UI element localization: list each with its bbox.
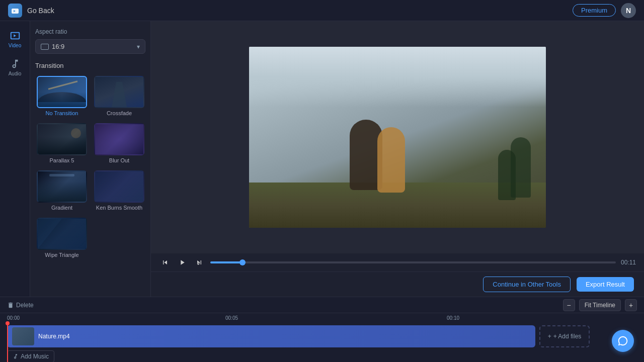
add-files-label: + Add files bbox=[553, 333, 582, 340]
progress-dot bbox=[239, 259, 246, 265]
continue-button[interactable]: Continue in Other Tools bbox=[483, 277, 571, 292]
transition-thumb-gradient bbox=[37, 170, 87, 203]
sky-mist bbox=[249, 47, 546, 107]
transition-thumb-kenburns bbox=[94, 170, 144, 203]
avatar[interactable]: N bbox=[621, 3, 636, 18]
center-area: 00:11 Continue in Other Tools Export Res… bbox=[151, 21, 644, 297]
transition-no-transition[interactable]: No Transition bbox=[35, 74, 89, 118]
left-panel: Aspect ratio 16:9 ▾ Transition No Transi… bbox=[30, 21, 151, 297]
icon-bar: Video Audio bbox=[0, 21, 30, 297]
transition-crossfade[interactable]: Crossfade bbox=[93, 74, 146, 118]
add-files-icon: + bbox=[548, 333, 551, 340]
person-right-coat bbox=[377, 127, 405, 193]
play-button[interactable] bbox=[176, 257, 188, 267]
transition-name-gradient: Gradient bbox=[51, 205, 72, 211]
timeline-playhead bbox=[7, 322, 8, 362]
transition-grid: No Transition Crossfade Parallax 5 bbox=[35, 74, 145, 259]
fit-timeline-button[interactable]: Fit Timeline bbox=[579, 299, 621, 311]
aspect-ratio-select[interactable]: 16:9 ▾ bbox=[35, 39, 145, 54]
add-music-button[interactable]: Add Music bbox=[7, 350, 54, 362]
transition-kenburns[interactable]: Ken Burns Smooth bbox=[93, 169, 146, 212]
video-clip[interactable]: Nature.mp4 bbox=[7, 325, 535, 347]
timeline-area: Delete − Fit Timeline + 00:00 00:05 00:1… bbox=[0, 297, 644, 362]
aspect-ratio-icon bbox=[41, 44, 49, 50]
clip-name: Nature.mp4 bbox=[38, 333, 70, 340]
transition-blurout[interactable]: Blur Out bbox=[93, 122, 146, 165]
sidebar-item-video[interactable]: Video bbox=[3, 26, 28, 52]
skip-back-button[interactable] bbox=[159, 257, 171, 267]
transition-wipetriangle[interactable]: Wipe Triangle bbox=[35, 216, 89, 259]
transition-name-kenburns: Ken Burns Smooth bbox=[96, 205, 142, 211]
main-layout: Video Audio Aspect ratio 16:9 ▾ Transiti… bbox=[0, 21, 644, 297]
preview-area bbox=[151, 21, 644, 253]
aspect-ratio-value: 16:9 bbox=[52, 43, 64, 50]
sidebar-item-audio-label: Audio bbox=[9, 71, 22, 76]
time-display: 00:11 bbox=[621, 259, 636, 266]
topbar: Go Back Premium N bbox=[0, 0, 644, 21]
player-controls: 00:11 bbox=[151, 253, 644, 272]
timeline-tracks: Nature.mp4 + + Add files Add Music bbox=[0, 322, 644, 362]
support-chat-button[interactable] bbox=[612, 330, 634, 352]
transition-name-wipetriangle: Wipe Triangle bbox=[45, 252, 78, 258]
timeline-toolbar: Delete − Fit Timeline + bbox=[0, 297, 644, 313]
zoom-in-button[interactable]: + bbox=[625, 299, 637, 311]
transition-thumb-crossfade bbox=[94, 76, 144, 108]
transition-name-parallax5: Parallax 5 bbox=[50, 157, 74, 163]
progress-fill bbox=[210, 261, 243, 263]
ruler-mark-2: 00:10 bbox=[447, 315, 459, 321]
playhead-dot bbox=[6, 321, 10, 325]
transition-name-no-transition: No Transition bbox=[46, 110, 78, 116]
transition-parallax5[interactable]: Parallax 5 bbox=[35, 122, 89, 165]
road-shape bbox=[112, 82, 127, 107]
delete-button[interactable]: Delete bbox=[7, 302, 34, 309]
transition-thumb-wipetriangle bbox=[37, 218, 87, 250]
action-bar: Continue in Other Tools Export Result bbox=[151, 272, 644, 297]
go-back-button[interactable]: Go Back bbox=[27, 7, 54, 15]
ruler-mark-1: 00:05 bbox=[225, 315, 238, 321]
aspect-ratio-select-left: 16:9 bbox=[41, 43, 64, 50]
video-player bbox=[249, 47, 546, 228]
transition-thumb-parallax5 bbox=[37, 123, 87, 155]
ruler-mark-0: 00:00 bbox=[7, 315, 20, 321]
sidebar-item-video-label: Video bbox=[9, 43, 21, 48]
topbar-left: Go Back bbox=[8, 4, 54, 18]
progress-bar[interactable] bbox=[210, 261, 616, 263]
timeline-ruler: 00:00 00:05 00:10 bbox=[0, 313, 644, 322]
bridge-shape bbox=[38, 92, 86, 102]
transition-thumb-blurout bbox=[94, 123, 144, 155]
add-files-area[interactable]: + + Add files bbox=[539, 325, 590, 347]
video-track: Nature.mp4 + + Add files bbox=[7, 325, 637, 347]
add-music-label: Add Music bbox=[21, 353, 49, 360]
chevron-down-icon: ▾ bbox=[137, 43, 140, 50]
aspect-ratio-label: Aspect ratio bbox=[35, 28, 145, 35]
delete-label: Delete bbox=[16, 302, 34, 309]
timeline-toolbar-left: Delete bbox=[7, 302, 34, 309]
timeline-toolbar-right: − Fit Timeline + bbox=[563, 299, 637, 311]
svg-marker-2 bbox=[38, 219, 62, 249]
export-button[interactable]: Export Result bbox=[577, 277, 634, 292]
premium-button[interactable]: Premium bbox=[573, 4, 616, 17]
app-icon bbox=[8, 4, 22, 18]
video-frame bbox=[249, 47, 546, 228]
transition-name-crossfade: Crossfade bbox=[107, 110, 132, 116]
zoom-out-button[interactable]: − bbox=[563, 299, 575, 311]
transition-name-blurout: Blur Out bbox=[109, 157, 129, 163]
transition-label: Transition bbox=[35, 62, 145, 69]
topbar-right: Premium N bbox=[573, 3, 636, 18]
transition-gradient[interactable]: Gradient bbox=[35, 169, 89, 212]
light-effect bbox=[48, 80, 78, 89]
clip-thumbnail bbox=[12, 327, 34, 345]
sidebar-item-audio[interactable]: Audio bbox=[3, 54, 28, 80]
transition-thumb-no-transition bbox=[37, 76, 87, 108]
tree2 bbox=[498, 150, 516, 200]
skip-forward-button[interactable] bbox=[193, 257, 205, 267]
